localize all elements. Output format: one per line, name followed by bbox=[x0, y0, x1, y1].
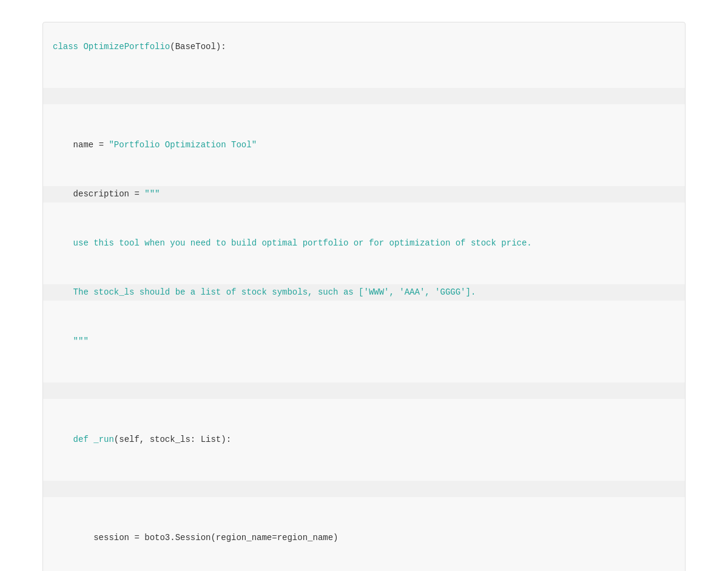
page-container: class OptimizePortfolio(BaseTool): name … bbox=[30, 22, 698, 571]
code-pre-1: class OptimizePortfolio(BaseTool): name … bbox=[43, 22, 685, 571]
code-line bbox=[43, 88, 685, 104]
code-line: use this tool when you need to build opt… bbox=[43, 235, 685, 252]
code-block-1: class OptimizePortfolio(BaseTool): name … bbox=[42, 22, 686, 571]
code-line: The stock_ls should be a list of stock s… bbox=[43, 284, 685, 301]
code-line: def _run(self, stock_ls: List): bbox=[43, 432, 685, 448]
code-line: class OptimizePortfolio(BaseTool): bbox=[43, 39, 685, 55]
code-line: name = "Portfolio Optimization Tool" bbox=[43, 137, 685, 153]
code-line bbox=[43, 382, 685, 399]
code-line: """ bbox=[43, 333, 685, 350]
code-line bbox=[43, 481, 685, 497]
code-line: session = boto3.Session(region_name=regi… bbox=[43, 530, 685, 546]
code-line: description = """ bbox=[43, 186, 685, 202]
